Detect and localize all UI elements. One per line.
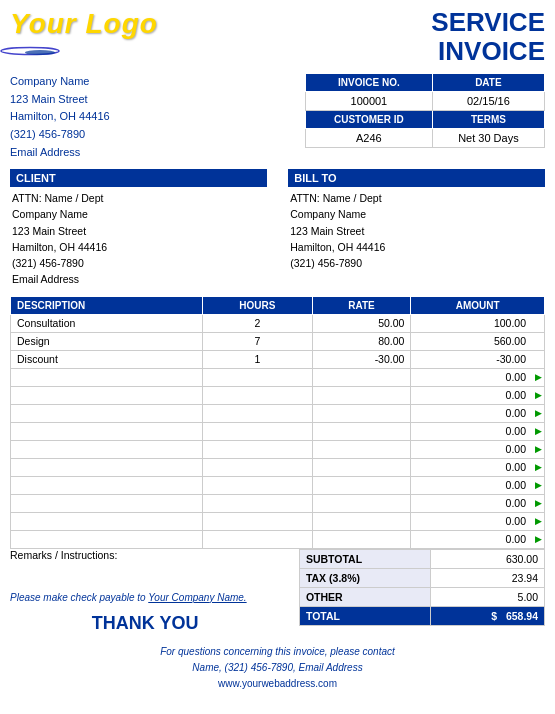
invoice-meta: INVOICE NO. DATE 100001 02/15/16 CUSTOME…	[305, 73, 545, 161]
company-phone: (321) 456-7890	[10, 126, 110, 144]
item-description	[11, 494, 203, 512]
meta-table: INVOICE NO. DATE 100001 02/15/16 CUSTOME…	[305, 73, 545, 148]
customer-id-value: A246	[306, 129, 433, 148]
date-value: 02/15/16	[432, 92, 544, 111]
green-arrow-icon: ▶	[535, 444, 542, 454]
billto-name: Company Name	[290, 206, 545, 222]
item-description	[11, 476, 203, 494]
table-row: 0.00▶	[11, 368, 545, 386]
total-label: TOTAL	[299, 606, 431, 625]
green-arrow-icon: ▶	[535, 498, 542, 508]
item-rate	[312, 404, 411, 422]
totals-table: SUBTOTAL 630.00 TAX (3.8%) 23.94 OTHER 5…	[299, 549, 545, 626]
items-table: DESCRIPTION HOURS RATE AMOUNT Consultati…	[10, 296, 545, 549]
item-rate	[312, 512, 411, 530]
item-amount: 0.00▶	[411, 386, 545, 404]
check-payable-name: Your Company Name.	[148, 592, 246, 603]
table-row: Discount1-30.00-30.00	[11, 350, 545, 368]
item-rate: -30.00	[312, 350, 411, 368]
green-arrow-icon: ▶	[535, 480, 542, 490]
item-amount: 0.00▶	[411, 458, 545, 476]
item-amount: -30.00	[411, 350, 545, 368]
client-phone: (321) 456-7890	[12, 255, 267, 271]
item-hours	[203, 368, 312, 386]
item-rate: 50.00	[312, 314, 411, 332]
item-amount: 0.00▶	[411, 368, 545, 386]
item-rate: 80.00	[312, 332, 411, 350]
item-rate	[312, 530, 411, 548]
item-description: Design	[11, 332, 203, 350]
item-hours	[203, 512, 312, 530]
total-amount: 658.94	[506, 610, 538, 622]
item-description	[11, 458, 203, 476]
item-rate	[312, 386, 411, 404]
green-arrow-icon: ▶	[535, 516, 542, 526]
check-payable-prefix: Please make check payable to	[10, 592, 146, 603]
table-row: 0.00▶	[11, 440, 545, 458]
client-city: Hamilton, OH 44416	[12, 239, 267, 255]
item-description	[11, 530, 203, 548]
billto-body: ATTN: Name / Dept Company Name 123 Main …	[288, 190, 545, 271]
total-dollar: $	[491, 610, 497, 622]
table-row: 0.00▶	[11, 512, 545, 530]
rate-header: RATE	[312, 296, 411, 314]
logo-text: Your Logo	[10, 8, 158, 40]
client-attn: ATTN: Name / Dept	[12, 190, 267, 206]
terms-value: Net 30 Days	[432, 129, 544, 148]
table-row: 0.00▶	[11, 530, 545, 548]
svg-point-1	[25, 50, 55, 55]
total-value: $ 658.94	[431, 606, 545, 625]
remarks-section: Remarks / Instructions: Please make chec…	[10, 549, 288, 634]
company-info: Company Name 123 Main Street Hamilton, O…	[10, 73, 110, 161]
billto-city: Hamilton, OH 44416	[290, 239, 545, 255]
table-row: 0.00▶	[11, 494, 545, 512]
client-body: ATTN: Name / Dept Company Name 123 Main …	[10, 190, 267, 288]
contact-info: Name, (321) 456-7890, Email Address	[10, 660, 545, 676]
logo-area: Your Logo	[10, 8, 158, 40]
other-label: OTHER	[299, 587, 431, 606]
table-row: Design780.00560.00	[11, 332, 545, 350]
subtotal-label: SUBTOTAL	[299, 549, 431, 568]
invoice-no-value: 100001	[306, 92, 433, 111]
item-hours	[203, 494, 312, 512]
item-amount: 0.00▶	[411, 530, 545, 548]
item-amount: 100.00	[411, 314, 545, 332]
contact-line: For questions concerning this invoice, p…	[10, 644, 545, 660]
logo-swoosh-icon	[0, 44, 60, 58]
tax-row: TAX (3.8%) 23.94	[299, 568, 544, 587]
address-section: CLIENT ATTN: Name / Dept Company Name 12…	[10, 169, 545, 288]
client-address: 123 Main Street	[12, 223, 267, 239]
table-row: 0.00▶	[11, 476, 545, 494]
footer: For questions concerning this invoice, p…	[10, 644, 545, 692]
item-description	[11, 512, 203, 530]
terms-header: TERMS	[432, 111, 544, 129]
item-hours	[203, 458, 312, 476]
client-name: Company Name	[12, 206, 267, 222]
hours-header: HOURS	[203, 296, 312, 314]
item-description	[11, 404, 203, 422]
logo-block: Your Logo	[10, 8, 158, 58]
billto-block: BILL TO ATTN: Name / Dept Company Name 1…	[288, 169, 545, 288]
other-row: OTHER 5.00	[299, 587, 544, 606]
item-amount: 0.00▶	[411, 512, 545, 530]
item-hours	[203, 476, 312, 494]
green-arrow-icon: ▶	[535, 462, 542, 472]
company-name: Company Name	[10, 73, 110, 91]
item-hours	[203, 422, 312, 440]
item-amount: 0.00▶	[411, 476, 545, 494]
item-description	[11, 368, 203, 386]
client-block: CLIENT ATTN: Name / Dept Company Name 12…	[10, 169, 267, 288]
item-description: Discount	[11, 350, 203, 368]
green-arrow-icon: ▶	[535, 534, 542, 544]
table-row: 0.00▶	[11, 404, 545, 422]
client-header: CLIENT	[10, 169, 267, 187]
other-value: 5.00	[431, 587, 545, 606]
table-row: 0.00▶	[11, 422, 545, 440]
item-hours: 2	[203, 314, 312, 332]
green-arrow-icon: ▶	[535, 408, 542, 418]
desc-header: DESCRIPTION	[11, 296, 203, 314]
company-city: Hamilton, OH 44416	[10, 108, 110, 126]
invoice-page: Your Logo SERVICE INVOICE Company Name 1…	[0, 0, 555, 700]
table-row: Consultation250.00100.00	[11, 314, 545, 332]
item-hours: 1	[203, 350, 312, 368]
